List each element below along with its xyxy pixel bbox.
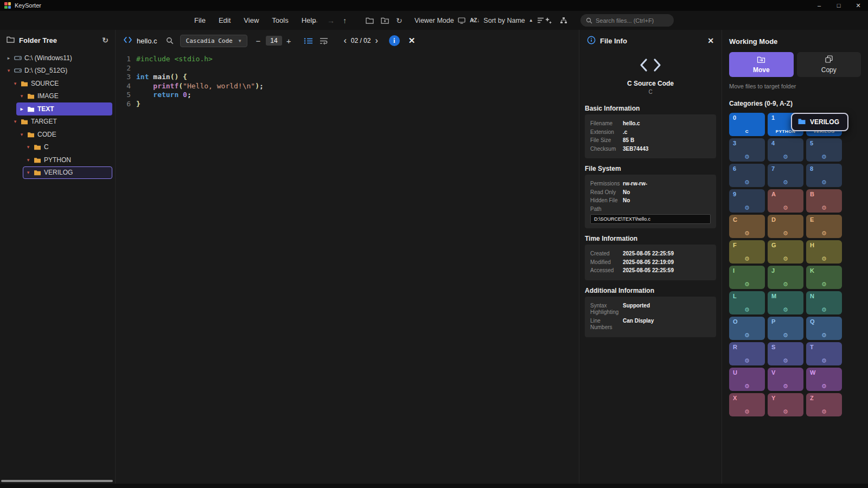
auto-sort-sparkles-icon[interactable] <box>545 17 552 24</box>
category-tile-c[interactable]: C⚙ <box>729 215 765 238</box>
category-tile-l[interactable]: L⚙ <box>729 291 765 314</box>
category-tile-v[interactable]: V⚙ <box>768 368 803 391</box>
search-input[interactable] <box>596 17 668 24</box>
category-tile-0[interactable]: 0C <box>729 113 765 136</box>
category-tile-k[interactable]: K⚙ <box>806 266 842 289</box>
tile-key: V <box>771 369 775 376</box>
maximize-button[interactable]: □ <box>829 0 848 11</box>
menu-tools[interactable]: Tools <box>271 15 289 25</box>
tree-item-image[interactable]: ▾IMAGE <box>16 90 112 103</box>
sort-lines-icon[interactable] <box>537 17 544 23</box>
tree-item-d-sd-512g[interactable]: ▾D:\ (SD_512G) <box>3 65 112 78</box>
chevron-down-icon[interactable]: ▾ <box>25 170 31 175</box>
font-size-decrease-button[interactable]: − <box>254 36 263 46</box>
refresh-icon[interactable]: ↻ <box>396 17 403 24</box>
chevron-down-icon[interactable]: ▾ <box>25 144 31 150</box>
sidebar-horizontal-scrollbar[interactable] <box>0 479 116 483</box>
tree-item-text[interactable]: ▸TEXT <box>16 102 112 115</box>
category-tile-d[interactable]: D⚙ <box>768 215 803 238</box>
chevron-down-icon[interactable]: ▾ <box>12 81 18 86</box>
category-tile-8[interactable]: 8⚙ <box>806 164 842 187</box>
copy-mode-button[interactable]: Copy <box>797 52 861 77</box>
scrollbar-thumb[interactable] <box>1 480 113 482</box>
category-tile-u[interactable]: U⚙ <box>729 368 765 391</box>
category-tile-7[interactable]: 7⚙ <box>768 164 803 187</box>
tree-item-source[interactable]: ▾SOURCE <box>10 77 112 90</box>
category-tile-s[interactable]: S⚙ <box>768 342 803 365</box>
folder-icon <box>27 106 35 112</box>
category-tile-e[interactable]: E⚙ <box>806 215 842 238</box>
chevron-right-icon[interactable]: ▸ <box>6 55 11 61</box>
word-wrap-toggle-icon[interactable] <box>320 37 328 44</box>
category-tile-p[interactable]: P⚙ <box>768 317 803 340</box>
search-box[interactable] <box>580 14 674 27</box>
category-tile-j[interactable]: J⚙ <box>768 266 803 289</box>
category-tile-g[interactable]: G⚙ <box>768 240 803 264</box>
az-sort-icon[interactable]: AZ↓ <box>470 18 480 23</box>
category-tile-f[interactable]: F⚙ <box>729 240 765 264</box>
close-file-info-button[interactable]: ✕ <box>707 36 714 45</box>
category-tile-4[interactable]: 4⚙ <box>768 138 803 162</box>
tree-item-target[interactable]: ▾TARGET <box>10 115 112 129</box>
prev-file-icon[interactable]: ‹ <box>342 36 347 46</box>
move-mode-button[interactable]: Move <box>729 52 794 77</box>
chevron-down-icon[interactable]: ▾ <box>6 68 11 73</box>
close-viewer-button[interactable]: ✕ <box>409 36 416 46</box>
category-tile-a[interactable]: A⚙ <box>768 189 803 213</box>
category-tile-q[interactable]: Q⚙ <box>806 317 842 340</box>
up-icon[interactable]: ↑ <box>343 17 347 24</box>
menu-edit[interactable]: Edit <box>218 15 232 25</box>
chevron-down-icon[interactable]: ▾ <box>12 119 18 124</box>
category-tile-i[interactable]: I⚙ <box>729 266 765 289</box>
chevron-down-icon[interactable]: ▾ <box>19 93 24 99</box>
sort-by-name-label[interactable]: Sort by Name <box>483 17 525 24</box>
refresh-tree-icon[interactable]: ↻ <box>102 36 108 44</box>
category-tile-z[interactable]: Z⚙ <box>806 393 842 416</box>
category-tile-b[interactable]: B⚙ <box>806 189 842 213</box>
font-family-value: Cascadia Code <box>186 37 233 44</box>
window-bottom-edge <box>0 484 868 488</box>
tile-key: M <box>771 293 776 299</box>
category-tile-y[interactable]: Y⚙ <box>768 393 803 416</box>
sort-direction-icon[interactable]: ▲ <box>529 18 533 23</box>
file-type-sub: C <box>579 89 722 95</box>
tree-item-python[interactable]: ▾PYTHON <box>23 153 112 166</box>
line-numbers-toggle-icon[interactable] <box>304 37 313 44</box>
category-tile-t[interactable]: T⚙ <box>806 342 842 365</box>
font-size-increase-button[interactable]: + <box>284 36 293 46</box>
font-family-select[interactable]: Cascadia Code ▼ <box>180 35 247 47</box>
path-value[interactable]: D:\SOURCE\TEXT\hello.c <box>590 214 711 224</box>
forward-icon[interactable]: → <box>327 17 335 24</box>
category-tile-w[interactable]: W⚙ <box>806 368 842 391</box>
minimize-button[interactable]: – <box>809 0 829 11</box>
tree-item-c[interactable]: ▾C <box>23 141 112 154</box>
open-folder-icon[interactable] <box>366 17 374 24</box>
new-folder-icon[interactable] <box>381 17 389 24</box>
category-tile-5[interactable]: 5⚙ <box>806 138 842 162</box>
category-tile-6[interactable]: 6⚙ <box>729 164 765 187</box>
category-tile-3[interactable]: 3⚙ <box>729 138 765 162</box>
menu-file[interactable]: File <box>193 15 207 25</box>
chevron-right-icon[interactable]: ▸ <box>19 106 24 112</box>
chevron-down-icon[interactable]: ▾ <box>19 132 24 137</box>
category-tile-r[interactable]: R⚙ <box>729 342 765 365</box>
chevron-down-icon[interactable]: ▾ <box>25 157 31 163</box>
close-button[interactable]: ✕ <box>848 0 868 11</box>
category-tile-n[interactable]: N⚙ <box>806 291 842 314</box>
category-tile-o[interactable]: O⚙ <box>729 317 765 340</box>
back-icon[interactable]: ← <box>311 17 319 24</box>
display-mode-icon[interactable] <box>458 17 465 24</box>
next-file-icon[interactable]: › <box>374 36 379 46</box>
tree-item-c-windows11[interactable]: ▸C:\ (Windows11) <box>3 52 112 65</box>
tree-item-code[interactable]: ▾CODE <box>16 128 112 141</box>
menu-view[interactable]: View <box>242 15 260 25</box>
category-tile-9[interactable]: 9⚙ <box>729 189 765 213</box>
folder-icon <box>34 144 41 150</box>
file-info-toggle-button[interactable]: i <box>389 35 400 46</box>
category-tile-m[interactable]: M⚙ <box>768 291 803 314</box>
category-tile-x[interactable]: X⚙ <box>729 393 765 416</box>
find-in-file-icon[interactable] <box>166 37 174 44</box>
category-tile-h[interactable]: H⚙ <box>806 240 842 264</box>
tree-item-verilog[interactable]: ▾VERILOG <box>23 166 112 179</box>
category-tree-icon[interactable] <box>560 17 567 24</box>
